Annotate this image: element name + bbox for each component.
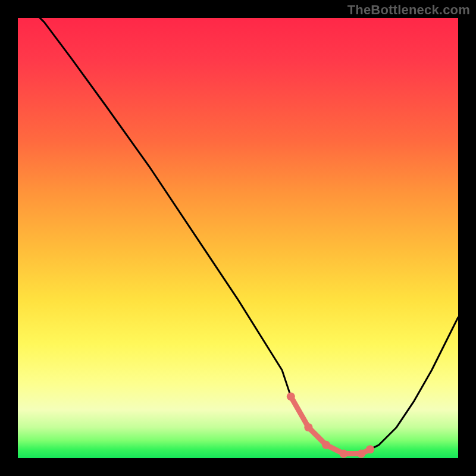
plot-area xyxy=(18,18,458,458)
optimal-dot xyxy=(304,423,312,431)
watermark-text: TheBottleneck.com xyxy=(347,2,470,18)
optimal-dot xyxy=(287,392,295,400)
optimal-dot xyxy=(322,441,330,449)
bottleneck-curve xyxy=(18,18,458,454)
optimal-dot xyxy=(357,450,365,458)
chart-frame: TheBottleneck.com xyxy=(0,0,476,476)
optimal-dot xyxy=(340,450,348,458)
optimal-range-curve xyxy=(291,396,370,453)
curve-svg xyxy=(18,18,458,458)
optimal-dot xyxy=(366,445,374,453)
